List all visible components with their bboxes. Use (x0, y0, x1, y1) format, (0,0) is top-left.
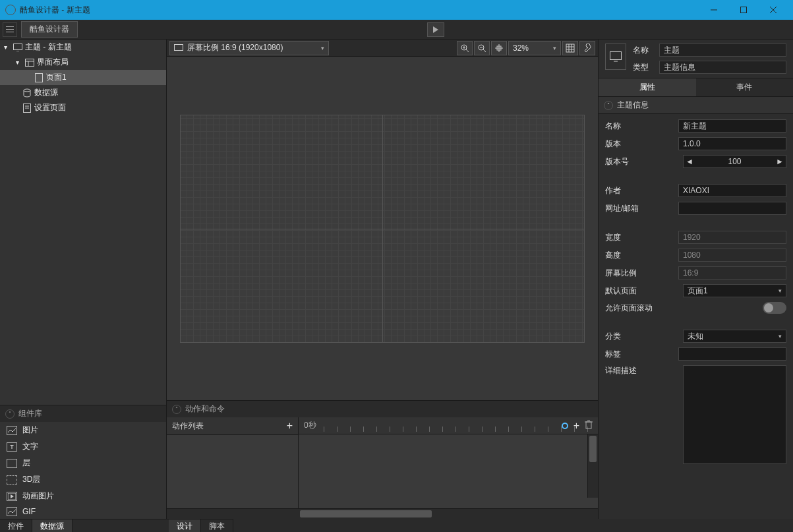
tree-item-settings[interactable]: 设置页面 (0, 100, 166, 115)
add-action-button[interactable]: + (287, 420, 293, 432)
tab-properties[interactable]: 属性 (599, 78, 696, 96)
prop-input-url[interactable] (678, 202, 786, 215)
prop-input-version[interactable] (678, 137, 786, 150)
zoom-in-button[interactable] (457, 41, 473, 55)
tab-datasource[interactable]: 数据源 (32, 519, 73, 532)
chevron-up-icon: ˄ (172, 405, 181, 414)
prop-label-tags: 标签 (605, 349, 673, 360)
prop-label-default-page: 默认页面 (605, 285, 678, 297)
ratio-label: 屏幕比例 16:9 (1920x1080) (187, 42, 283, 53)
timeline-scrollbar-vertical[interactable] (587, 434, 598, 498)
monitor-icon (174, 44, 183, 52)
left-bottom-tabs: 控件 数据源 (0, 519, 169, 532)
svg-marker-4 (433, 26, 438, 33)
maximize-button[interactable] (728, 0, 758, 20)
add-keyframe-button[interactable]: + (573, 420, 579, 432)
app-name-button[interactable]: 酷鱼设计器 (21, 21, 78, 38)
prop-label-allow-scroll: 允许页面滚动 (605, 303, 678, 314)
component-item-layer[interactable]: 层 (0, 455, 166, 471)
svg-rect-33 (586, 422, 591, 429)
tab-script[interactable]: 脚本 (201, 519, 233, 532)
component-item-anim-image[interactable]: 动画图片 (0, 488, 166, 504)
chevron-down-icon: ▾ (321, 45, 324, 51)
tree-item-datasource[interactable]: 数据源 (0, 85, 166, 100)
canvas-area[interactable] (167, 57, 598, 400)
hamburger-menu-button[interactable] (3, 22, 17, 37)
zoom-select[interactable]: 32%▾ (508, 41, 561, 55)
prop-section-header[interactable]: ˄ 主题信息 (599, 97, 793, 114)
component-list: 图片 T文字 层 3D层 动画图片 GIF (0, 422, 166, 519)
prop-input-author[interactable] (678, 184, 786, 197)
component-label: GIF (22, 507, 36, 516)
tab-controls[interactable]: 控件 (0, 519, 32, 532)
object-name-input[interactable] (659, 44, 786, 57)
prop-label-url: 网址/邮箱 (605, 203, 673, 214)
prop-textarea-desc[interactable] (683, 365, 786, 464)
prop-select-category[interactable]: 未知▾ (683, 330, 786, 343)
canvas-toolbar: 屏幕比例 16:9 (1920x1080) ▾ 32%▾ (167, 40, 598, 57)
chevron-down-icon: ▾ (778, 287, 782, 294)
tree-item-layout[interactable]: ▾ 界面布局 (0, 55, 166, 70)
svg-marker-16 (11, 494, 14, 498)
component-item-image[interactable]: 图片 (0, 422, 166, 438)
timeline-ruler[interactable]: 0秒 + (299, 417, 598, 434)
tree-label: 界面布局 (37, 57, 69, 68)
fit-button[interactable] (491, 41, 507, 55)
component-item-text[interactable]: T文字 (0, 438, 166, 455)
grid-button[interactable] (562, 41, 578, 55)
wrench-button[interactable] (579, 41, 595, 55)
component-label: 层 (22, 458, 30, 469)
timeline-content[interactable] (299, 434, 598, 508)
prop-label-ratio: 屏幕比例 (605, 268, 673, 279)
tree-label: 主题 - 新主题 (25, 42, 72, 53)
prop-select-default-page[interactable]: 页面1▾ (683, 284, 786, 297)
minimize-button[interactable] (699, 0, 728, 20)
svg-rect-36 (610, 52, 622, 60)
prop-input-ratio (678, 266, 786, 280)
component-item-3dlayer[interactable]: 3D层 (0, 471, 166, 488)
chevron-down-icon: ▾ (553, 45, 556, 51)
image-icon (7, 426, 17, 435)
tree-item-theme[interactable]: ▾ 主题 - 新主题 (0, 40, 166, 55)
action-list-body[interactable] (167, 435, 298, 508)
close-button[interactable] (758, 0, 788, 20)
app-icon (5, 5, 16, 15)
titlebar: 酷鱼设计器 - 新主题 (0, 0, 793, 20)
prop-spinner-versionnum[interactable]: ◄ 100 ► (683, 155, 786, 168)
anim-image-icon (7, 492, 17, 501)
timeline-zero-label: 0秒 (304, 420, 316, 431)
theme-icon (13, 43, 22, 52)
svg-rect-1 (740, 7, 746, 13)
spinner-value: 100 (695, 157, 774, 166)
play-button[interactable] (427, 22, 444, 37)
component-panel-header[interactable]: ˄ 组件库 (0, 405, 166, 422)
delete-keyframe-button[interactable] (585, 420, 593, 431)
spinner-prev-button[interactable]: ◄ (684, 157, 695, 166)
inspector-tabs: 属性 事件 (599, 78, 793, 97)
timeline-scrollbar-horizontal[interactable] (167, 508, 598, 519)
tree-item-page[interactable]: 页面1 (0, 70, 166, 85)
window-title: 酷鱼设计器 - 新主题 (20, 5, 699, 16)
tree-label: 页面1 (46, 72, 67, 83)
tree-label: 设置页面 (34, 102, 66, 113)
prop-label-height: 高度 (605, 250, 673, 261)
prop-input-name[interactable] (678, 119, 786, 133)
record-icon[interactable] (562, 423, 568, 429)
screen-ratio-select[interactable]: 屏幕比例 16:9 (1920x1080) ▾ (169, 41, 329, 55)
tab-events[interactable]: 事件 (696, 78, 794, 96)
timeline-body: 动作列表 + 0秒 + (167, 417, 598, 508)
svg-rect-10 (36, 73, 43, 82)
chevron-down-icon: ▾ (4, 44, 11, 51)
svg-rect-28 (566, 44, 574, 52)
spinner-next-button[interactable]: ► (774, 157, 786, 166)
svg-rect-7 (26, 59, 34, 66)
timeline-header[interactable]: ˄ 动作和命令 (167, 401, 598, 417)
tab-design[interactable]: 设计 (169, 519, 201, 532)
design-canvas[interactable] (180, 115, 585, 343)
zoom-out-button[interactable] (474, 41, 490, 55)
panel-title: 组件库 (18, 408, 42, 419)
prop-toggle-allow-scroll[interactable] (763, 302, 786, 314)
component-item-gif[interactable]: GIF (0, 504, 166, 519)
tree-label: 数据源 (34, 87, 58, 98)
prop-input-tags[interactable] (678, 347, 786, 361)
